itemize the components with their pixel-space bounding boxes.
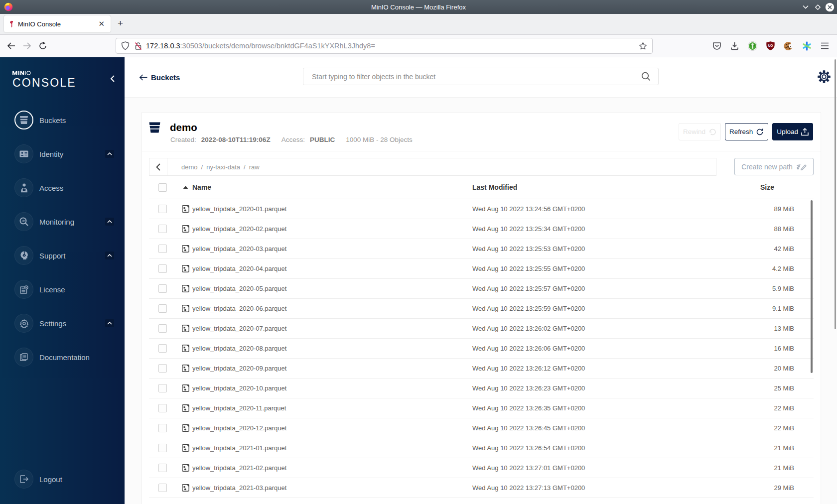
svg-text:UO: UO	[768, 44, 773, 47]
